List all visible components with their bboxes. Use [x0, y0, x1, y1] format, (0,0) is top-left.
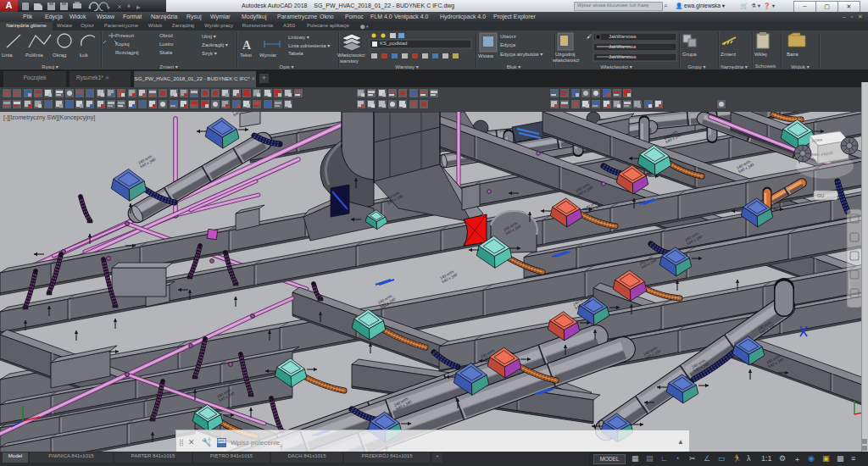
svg-text:Z: Z	[800, 170, 803, 175]
svg-text:PD: PD	[846, 168, 852, 173]
svg-text:🖌: 🖌	[587, 34, 592, 39]
svg-text:A: A	[242, 39, 252, 52]
svg-text:GU: GU	[817, 193, 824, 198]
